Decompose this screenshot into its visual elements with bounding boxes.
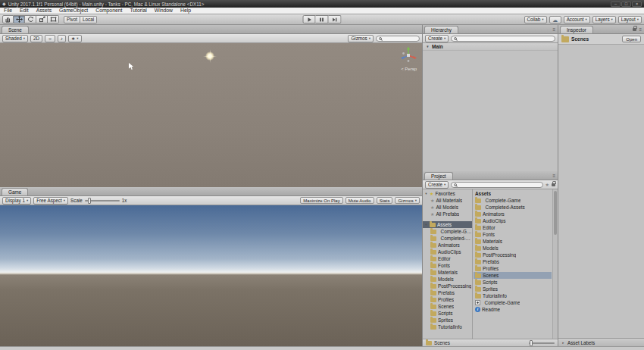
asset-folder-row[interactable]: Profiles	[474, 265, 552, 272]
hierarchy-scene-header[interactable]: ▾ Main	[423, 43, 558, 51]
stats-button[interactable]: Stats	[377, 197, 393, 204]
tree-folder[interactable]: PostProcessing	[423, 283, 472, 289]
hierarchy-create-dropdown[interactable]: Create▾	[425, 35, 449, 42]
project-search-input[interactable]	[451, 182, 542, 188]
play-button[interactable]	[303, 15, 316, 23]
asset-folder-row[interactable]: Models	[474, 245, 552, 252]
game-viewport[interactable]	[0, 205, 422, 346]
scene-orientation-gizmo[interactable]	[399, 45, 418, 65]
shading-mode-dropdown[interactable]: Shaded▾	[2, 35, 28, 42]
tree-folder[interactable]: TutorialInfo	[423, 323, 472, 330]
tree-folder[interactable]: Profiles	[423, 296, 472, 303]
asset-folder-row[interactable]: Fonts	[474, 231, 552, 238]
pause-button[interactable]	[316, 15, 329, 23]
asset-folder-row[interactable]: _Complete-Game	[474, 197, 552, 204]
maximize-on-play-button[interactable]: Maximize On Play	[300, 197, 342, 204]
lock-icon[interactable]	[552, 183, 555, 186]
foldout-icon[interactable]: ▾	[424, 192, 428, 195]
asset-folder-row[interactable]: Scripts	[474, 279, 552, 286]
scale-slider-thumb[interactable]	[88, 198, 91, 204]
game-gizmos-dropdown[interactable]: Gizmos▾	[395, 197, 420, 204]
tree-folder[interactable]: Prefabs	[423, 289, 472, 296]
menu-window[interactable]: Window	[151, 8, 177, 14]
local-button[interactable]: Local	[80, 16, 97, 23]
tree-folder[interactable]: Scripts	[423, 310, 472, 317]
project-create-dropdown[interactable]: Create▾	[425, 181, 449, 189]
2d-toggle-button[interactable]: 2D	[30, 35, 42, 42]
foldout-icon[interactable]: ▾	[426, 45, 430, 48]
favorite-item[interactable]: ★All Prefabs	[423, 211, 472, 217]
inspector-lock-icon[interactable]	[633, 28, 636, 31]
effects-dropdown[interactable]: ∗▾	[68, 35, 82, 42]
audio-toggle-icon[interactable]: ♪	[58, 35, 66, 42]
minimize-button[interactable]: –	[611, 2, 621, 7]
tree-folder[interactable]: Fonts	[423, 262, 472, 269]
asset-folder-row[interactable]: AudioClips	[474, 217, 552, 224]
tree-folder[interactable]: Scenes	[423, 303, 472, 310]
layout-dropdown[interactable]: Layout▾	[618, 16, 642, 23]
account-dropdown[interactable]: Account▾	[564, 16, 590, 23]
panel-menu-icon[interactable]: ≡	[552, 173, 555, 178]
menu-file[interactable]: File	[0, 8, 16, 14]
tab-project[interactable]: Project	[424, 172, 453, 180]
collab-dropdown[interactable]: Collab▾	[524, 16, 547, 23]
asset-folder-row-selected[interactable]: Scenes	[474, 272, 552, 279]
scale-tool-icon[interactable]	[36, 15, 48, 23]
hierarchy-search-input[interactable]	[451, 36, 555, 42]
foldout-icon[interactable]: ▾	[424, 223, 428, 227]
favorite-item[interactable]: ★All Materials	[423, 197, 472, 204]
tree-folder[interactable]: Editor	[423, 255, 472, 262]
pivot-button[interactable]: Pivot	[64, 16, 80, 23]
asset-folder-row[interactable]: Editor	[474, 224, 552, 231]
menu-component[interactable]: Component	[92, 8, 126, 14]
menu-edit[interactable]: Edit	[16, 8, 33, 14]
assets-root[interactable]: ▾ Assets	[423, 221, 472, 228]
scale-slider[interactable]	[85, 200, 120, 202]
tab-game[interactable]: Game	[2, 188, 28, 195]
menu-gameobject[interactable]: GameObject	[55, 8, 92, 14]
tab-hierarchy[interactable]: Hierarchy	[424, 26, 458, 33]
panel-menu-icon[interactable]: ≡	[552, 27, 555, 32]
scene-gizmos-dropdown[interactable]: Gizmos▾	[348, 35, 374, 42]
tree-folder[interactable]: AudioClips	[423, 248, 472, 255]
tab-scene[interactable]: Scene	[2, 26, 29, 33]
asset-folder-row[interactable]: Prefabs	[474, 258, 552, 265]
maximize-button[interactable]: □	[621, 2, 631, 7]
move-tool-icon[interactable]	[14, 15, 25, 23]
tab-inspector[interactable]: Inspector	[560, 26, 593, 33]
tree-folder[interactable]: Animators	[423, 242, 472, 248]
menu-help[interactable]: Help	[177, 8, 195, 14]
asset-folder-row[interactable]: Sprites	[474, 286, 552, 292]
asset-readme-row[interactable]: iReadme	[474, 306, 552, 313]
favorites-root[interactable]: ▾ ★ Favorites	[423, 190, 472, 197]
asset-folder-row[interactable]: Materials	[474, 238, 552, 245]
scene-search-input[interactable]	[376, 36, 420, 42]
aspect-dropdown[interactable]: Free Aspect▾	[33, 197, 68, 205]
cloud-icon[interactable]: ☁	[549, 16, 561, 23]
layers-dropdown[interactable]: Layers▾	[592, 16, 616, 23]
tree-folder[interactable]: _Completed-Assets	[423, 235, 472, 242]
rect-tool-icon[interactable]	[48, 15, 59, 23]
scene-viewport[interactable]: < Persp	[0, 43, 422, 187]
asset-labels-bar[interactable]: ▸ Asset Labels	[558, 338, 644, 346]
rotate-tool-icon[interactable]	[25, 15, 36, 23]
asset-list-scrollbar[interactable]	[552, 189, 558, 339]
hand-tool-icon[interactable]	[2, 15, 14, 23]
favorite-item[interactable]: ★All Models	[423, 204, 472, 211]
tree-folder[interactable]: Sprites	[423, 317, 472, 323]
tree-folder[interactable]: Models	[423, 276, 472, 283]
close-button[interactable]: ×	[632, 2, 642, 7]
asset-folder-row[interactable]: _Completed-Assets	[474, 204, 552, 211]
asset-folder-row[interactable]: TutorialInfo	[474, 292, 552, 299]
perspective-label[interactable]: < Persp	[401, 67, 417, 71]
step-button[interactable]	[329, 15, 342, 23]
thumbnail-zoom-slider[interactable]	[529, 342, 555, 344]
lighting-toggle-icon[interactable]: ☼	[45, 35, 55, 42]
asset-folder-row[interactable]: PostProcessing	[474, 252, 552, 258]
search-by-type-icon[interactable]: ★	[546, 182, 549, 187]
display-dropdown[interactable]: Display 1▾	[2, 197, 31, 205]
open-button[interactable]: Open	[622, 36, 641, 42]
scrollbar-thumb[interactable]	[554, 191, 557, 235]
tree-folder[interactable]: Materials	[423, 269, 472, 276]
menu-tutorial[interactable]: Tutorial	[126, 8, 150, 14]
